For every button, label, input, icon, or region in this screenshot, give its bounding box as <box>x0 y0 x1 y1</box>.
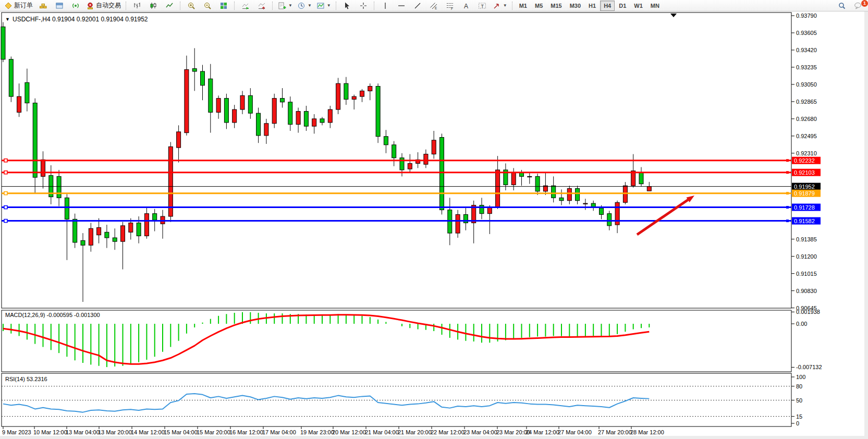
candle-body <box>567 189 571 201</box>
auto-trading-button[interactable]: 自动交易 <box>84 0 123 11</box>
price-axis-label: 0.91385 <box>796 236 817 242</box>
timeframe-M1[interactable]: M1 <box>516 1 531 11</box>
zoom-in-button[interactable] <box>184 0 199 11</box>
line-handle-right[interactable] <box>786 159 789 162</box>
price-badge-0.91582: 0.91582 <box>792 217 821 225</box>
trading-terminal-window: 新订单自动交易▼▼▼EFAT▼M1M5M15M30H1H4D1W1MN1 0.9… <box>0 0 868 439</box>
auto-scroll-button[interactable] <box>238 0 253 11</box>
chevron-down-icon[interactable]: ▼ <box>288 3 292 8</box>
candle-body <box>65 198 69 219</box>
crosshair-icon <box>359 2 368 10</box>
time-axis-label: 27 Mar 20:00 <box>598 429 632 435</box>
fibonacci-tool-button[interactable]: F <box>442 0 458 11</box>
auto-trading-label: 自动交易 <box>96 1 121 10</box>
horizontal-line-tool-button[interactable] <box>394 0 409 11</box>
price-chart[interactable]: 0.937900.936050.934200.932350.930500.928… <box>0 11 868 439</box>
line-handle-right[interactable] <box>786 206 789 209</box>
price-badge-0.92103: 0.92103 <box>792 169 821 176</box>
arrows-tool-button[interactable]: ▼ <box>491 0 509 11</box>
gold-bars-button[interactable] <box>35 0 51 11</box>
templates-button[interactable]: ▼ <box>314 0 333 11</box>
svg-text:F: F <box>451 6 453 10</box>
candle-body <box>583 203 588 204</box>
toolbar-separator <box>234 2 235 10</box>
timeframe-H1[interactable]: H1 <box>585 1 600 11</box>
line-chart-mode-icon <box>165 2 174 10</box>
line-handle-left[interactable] <box>4 219 7 223</box>
svg-text:0.91952: 0.91952 <box>794 184 815 190</box>
price-badge-0.92232: 0.92232 <box>792 157 821 164</box>
timeframe-M15[interactable]: M15 <box>547 1 565 11</box>
candle-body <box>320 119 324 123</box>
rsi-axis-label: 15 <box>796 413 802 420</box>
search-icon[interactable] <box>834 0 850 11</box>
candle-body <box>33 103 37 178</box>
trendline-tool-button[interactable] <box>410 0 425 11</box>
zoom-out-button[interactable] <box>200 0 215 11</box>
time-axis-label: 15 Mar 04:00 <box>164 429 198 435</box>
notification-badge: 1 <box>861 0 868 7</box>
candle-body <box>1 27 5 59</box>
candle-body <box>240 95 244 109</box>
timeframe-M30[interactable]: M30 <box>566 1 584 11</box>
new-chart-icon <box>278 2 286 10</box>
price-axis-label: 0.92680 <box>796 116 817 122</box>
timeframe-M5[interactable]: M5 <box>531 1 546 11</box>
timeframe-MN[interactable]: MN <box>647 1 663 11</box>
line-handle-right[interactable] <box>786 171 789 174</box>
candle-body <box>137 223 141 236</box>
periods-button[interactable]: ▼ <box>295 0 314 11</box>
chevron-down-icon[interactable]: ▼ <box>308 3 312 8</box>
line-handle-left[interactable] <box>4 206 7 209</box>
line-chart-mode-button[interactable] <box>162 0 177 11</box>
collapse-icon[interactable]: ▼ <box>5 17 10 22</box>
signals-button[interactable] <box>68 0 83 11</box>
notifications-icon[interactable]: 1 <box>850 0 866 11</box>
candle-body <box>496 170 500 207</box>
arrows-tool-icon <box>493 2 501 10</box>
timeframe-W1[interactable]: W1 <box>630 1 646 11</box>
zoom-out-icon <box>203 2 212 10</box>
candle-body <box>480 205 484 214</box>
svg-text:0.91879: 0.91879 <box>794 190 815 197</box>
toolbar-separator <box>180 2 181 10</box>
line-handle-left[interactable] <box>4 192 7 195</box>
candle-body <box>264 124 268 136</box>
time-axis-label: 15 Mar 20:00 <box>197 429 230 435</box>
candle-body <box>129 223 133 233</box>
candle-chart-mode-button[interactable] <box>145 0 161 11</box>
new-chart-button[interactable]: ▼ <box>276 0 295 11</box>
macd-axis-label: 0.001938 <box>796 309 820 315</box>
new-order-label: 新订单 <box>14 1 33 10</box>
equidistant-channel-tool-button[interactable]: E <box>426 0 442 11</box>
line-handle-right[interactable] <box>786 192 789 194</box>
timeframe-D1[interactable]: D1 <box>615 1 630 11</box>
time-axis-label: 9 Mar 2023 <box>2 429 31 435</box>
price-axis-label: 0.93050 <box>796 81 817 88</box>
new-order-button[interactable]: 新订单 <box>2 0 35 11</box>
market-watch-window-button[interactable] <box>52 0 67 11</box>
chevron-down-icon[interactable]: ▼ <box>327 3 331 8</box>
candle-body <box>376 86 380 136</box>
price-axis-label: 0.91200 <box>796 253 817 260</box>
vertical-line-tool-icon <box>381 2 389 10</box>
cursor-button[interactable] <box>339 0 355 11</box>
chart-shift-button[interactable] <box>254 0 270 11</box>
candle-body <box>272 99 276 124</box>
tile-windows-button[interactable] <box>216 0 231 11</box>
vertical-line-tool-button[interactable] <box>377 0 393 11</box>
candle-body <box>280 99 285 102</box>
text-label-tool-button[interactable]: T <box>474 0 490 11</box>
chevron-down-icon[interactable]: ▼ <box>503 3 507 8</box>
text-tool-button[interactable]: A <box>458 0 474 11</box>
timeframe-H4[interactable]: H4 <box>600 1 615 11</box>
candle-body <box>400 158 404 170</box>
crosshair-button[interactable] <box>356 0 371 11</box>
bar-chart-mode-button[interactable] <box>129 0 145 11</box>
line-handle-left[interactable] <box>4 171 7 174</box>
line-handle-right[interactable] <box>786 219 789 222</box>
line-handle-left[interactable] <box>4 159 7 162</box>
price-axis-label: 0.92865 <box>796 99 817 105</box>
time-axis-label: 16 Mar 12:00 <box>229 429 263 435</box>
toolbar-separator <box>512 2 513 10</box>
